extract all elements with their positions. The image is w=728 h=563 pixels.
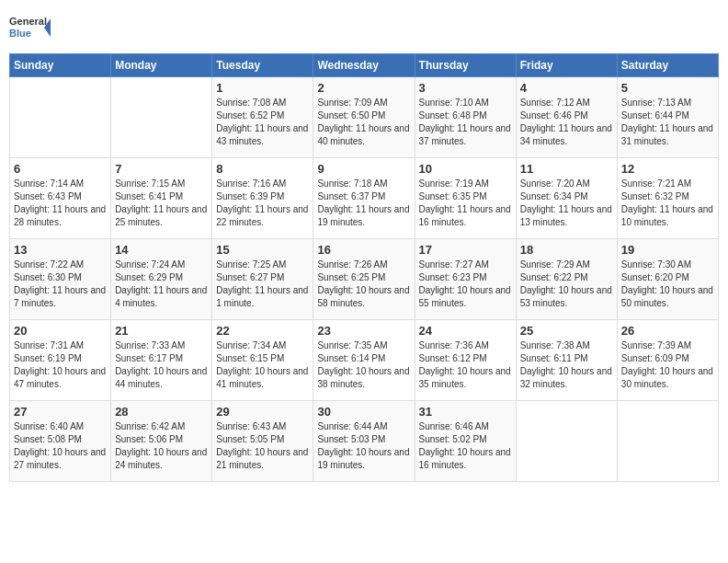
cell-content: Sunrise: 7:30 AM Sunset: 6:20 PM Dayligh… bbox=[621, 259, 714, 310]
calendar-cell: 15Sunrise: 7:25 AM Sunset: 6:27 PM Dayli… bbox=[212, 239, 313, 320]
day-number: 30 bbox=[317, 405, 410, 419]
calendar-body: 1Sunrise: 7:08 AM Sunset: 6:52 PM Daylig… bbox=[10, 77, 719, 482]
day-number: 10 bbox=[419, 162, 512, 176]
calendar-cell: 17Sunrise: 7:27 AM Sunset: 6:23 PM Dayli… bbox=[415, 239, 516, 320]
calendar-cell: 18Sunrise: 7:29 AM Sunset: 6:22 PM Dayli… bbox=[516, 239, 617, 320]
day-number: 16 bbox=[317, 243, 410, 257]
cell-content: Sunrise: 7:09 AM Sunset: 6:50 PM Dayligh… bbox=[317, 97, 410, 148]
calendar-cell: 9Sunrise: 7:18 AM Sunset: 6:37 PM Daylig… bbox=[313, 158, 415, 239]
calendar-cell: 1Sunrise: 7:08 AM Sunset: 6:52 PM Daylig… bbox=[212, 77, 313, 158]
cell-content: Sunrise: 6:40 AM Sunset: 5:08 PM Dayligh… bbox=[14, 420, 107, 472]
calendar-cell: 12Sunrise: 7:21 AM Sunset: 6:32 PM Dayli… bbox=[617, 158, 718, 239]
cell-content: Sunrise: 6:43 AM Sunset: 5:05 PM Dayligh… bbox=[216, 420, 309, 472]
cell-content: Sunrise: 7:36 AM Sunset: 6:12 PM Dayligh… bbox=[419, 339, 512, 391]
day-number: 23 bbox=[317, 324, 410, 338]
cell-content: Sunrise: 7:21 AM Sunset: 6:32 PM Dayligh… bbox=[621, 178, 714, 229]
header-cell-wednesday: Wednesday bbox=[313, 54, 415, 77]
calendar-cell: 29Sunrise: 6:43 AM Sunset: 5:05 PM Dayli… bbox=[212, 401, 313, 482]
cell-content: Sunrise: 7:10 AM Sunset: 6:48 PM Dayligh… bbox=[419, 97, 512, 148]
cell-content: Sunrise: 7:35 AM Sunset: 6:14 PM Dayligh… bbox=[317, 339, 410, 391]
calendar-cell: 24Sunrise: 7:36 AM Sunset: 6:12 PM Dayli… bbox=[415, 320, 516, 401]
calendar-cell: 13Sunrise: 7:22 AM Sunset: 6:30 PM Dayli… bbox=[10, 239, 111, 320]
cell-content: Sunrise: 7:15 AM Sunset: 6:41 PM Dayligh… bbox=[115, 178, 208, 229]
day-number: 4 bbox=[520, 81, 613, 95]
calendar-cell: 31Sunrise: 6:46 AM Sunset: 5:02 PM Dayli… bbox=[415, 401, 516, 482]
cell-content: Sunrise: 7:20 AM Sunset: 6:34 PM Dayligh… bbox=[520, 178, 613, 229]
header: General Blue bbox=[9, 9, 719, 46]
day-number: 11 bbox=[520, 162, 613, 176]
calendar-cell: 8Sunrise: 7:16 AM Sunset: 6:39 PM Daylig… bbox=[212, 158, 313, 239]
header-cell-saturday: Saturday bbox=[617, 54, 718, 77]
calendar-cell: 27Sunrise: 6:40 AM Sunset: 5:08 PM Dayli… bbox=[10, 401, 111, 482]
cell-content: Sunrise: 7:25 AM Sunset: 6:27 PM Dayligh… bbox=[216, 259, 309, 310]
calendar-cell bbox=[617, 401, 718, 482]
cell-content: Sunrise: 7:14 AM Sunset: 6:43 PM Dayligh… bbox=[14, 178, 107, 229]
cell-content: Sunrise: 7:19 AM Sunset: 6:35 PM Dayligh… bbox=[419, 178, 512, 229]
cell-content: Sunrise: 7:18 AM Sunset: 6:37 PM Dayligh… bbox=[317, 178, 410, 229]
logo: General Blue bbox=[9, 9, 55, 46]
calendar-cell bbox=[111, 77, 212, 158]
cell-content: Sunrise: 7:22 AM Sunset: 6:30 PM Dayligh… bbox=[14, 259, 107, 310]
calendar-cell: 11Sunrise: 7:20 AM Sunset: 6:34 PM Dayli… bbox=[516, 158, 617, 239]
header-row: SundayMondayTuesdayWednesdayThursdayFrid… bbox=[10, 54, 719, 77]
header-cell-sunday: Sunday bbox=[10, 54, 111, 77]
day-number: 27 bbox=[14, 405, 107, 419]
day-number: 20 bbox=[14, 324, 107, 338]
calendar-cell: 5Sunrise: 7:13 AM Sunset: 6:44 PM Daylig… bbox=[617, 77, 718, 158]
calendar-cell bbox=[516, 401, 617, 482]
day-number: 18 bbox=[520, 243, 613, 257]
day-number: 6 bbox=[14, 162, 107, 176]
day-number: 9 bbox=[317, 162, 410, 176]
week-row-2: 13Sunrise: 7:22 AM Sunset: 6:30 PM Dayli… bbox=[10, 239, 719, 320]
day-number: 5 bbox=[621, 81, 714, 95]
calendar-cell: 2Sunrise: 7:09 AM Sunset: 6:50 PM Daylig… bbox=[313, 77, 415, 158]
calendar-cell: 21Sunrise: 7:33 AM Sunset: 6:17 PM Dayli… bbox=[111, 320, 212, 401]
day-number: 19 bbox=[621, 243, 714, 257]
calendar-table: SundayMondayTuesdayWednesdayThursdayFrid… bbox=[9, 53, 719, 482]
header-cell-thursday: Thursday bbox=[415, 54, 516, 77]
calendar-cell: 20Sunrise: 7:31 AM Sunset: 6:19 PM Dayli… bbox=[10, 320, 111, 401]
cell-content: Sunrise: 6:46 AM Sunset: 5:02 PM Dayligh… bbox=[419, 420, 512, 472]
calendar-cell: 25Sunrise: 7:38 AM Sunset: 6:11 PM Dayli… bbox=[516, 320, 617, 401]
calendar-cell: 4Sunrise: 7:12 AM Sunset: 6:46 PM Daylig… bbox=[516, 77, 617, 158]
cell-content: Sunrise: 7:26 AM Sunset: 6:25 PM Dayligh… bbox=[317, 259, 410, 310]
day-number: 29 bbox=[216, 405, 309, 419]
day-number: 22 bbox=[216, 324, 309, 338]
calendar-cell: 26Sunrise: 7:39 AM Sunset: 6:09 PM Dayli… bbox=[617, 320, 718, 401]
week-row-1: 6Sunrise: 7:14 AM Sunset: 6:43 PM Daylig… bbox=[10, 158, 719, 239]
day-number: 13 bbox=[14, 243, 107, 257]
day-number: 24 bbox=[419, 324, 512, 338]
cell-content: Sunrise: 6:44 AM Sunset: 5:03 PM Dayligh… bbox=[317, 420, 410, 472]
day-number: 28 bbox=[115, 405, 208, 419]
week-row-3: 20Sunrise: 7:31 AM Sunset: 6:19 PM Dayli… bbox=[10, 320, 719, 401]
cell-content: Sunrise: 6:42 AM Sunset: 5:06 PM Dayligh… bbox=[115, 420, 208, 472]
header-cell-friday: Friday bbox=[516, 54, 617, 77]
cell-content: Sunrise: 7:33 AM Sunset: 6:17 PM Dayligh… bbox=[115, 339, 208, 391]
day-number: 26 bbox=[621, 324, 714, 338]
calendar-cell: 10Sunrise: 7:19 AM Sunset: 6:35 PM Dayli… bbox=[415, 158, 516, 239]
day-number: 17 bbox=[419, 243, 512, 257]
calendar-cell: 19Sunrise: 7:30 AM Sunset: 6:20 PM Dayli… bbox=[617, 239, 718, 320]
calendar-header: SundayMondayTuesdayWednesdayThursdayFrid… bbox=[10, 54, 719, 77]
day-number: 2 bbox=[317, 81, 410, 95]
cell-content: Sunrise: 7:12 AM Sunset: 6:46 PM Dayligh… bbox=[520, 97, 613, 148]
day-number: 8 bbox=[216, 162, 309, 176]
day-number: 21 bbox=[115, 324, 208, 338]
day-number: 31 bbox=[419, 405, 512, 419]
cell-content: Sunrise: 7:29 AM Sunset: 6:22 PM Dayligh… bbox=[520, 259, 613, 310]
cell-content: Sunrise: 7:34 AM Sunset: 6:15 PM Dayligh… bbox=[216, 339, 309, 391]
calendar-cell: 30Sunrise: 6:44 AM Sunset: 5:03 PM Dayli… bbox=[313, 401, 415, 482]
cell-content: Sunrise: 7:31 AM Sunset: 6:19 PM Dayligh… bbox=[14, 339, 107, 391]
cell-content: Sunrise: 7:39 AM Sunset: 6:09 PM Dayligh… bbox=[621, 339, 714, 391]
day-number: 14 bbox=[115, 243, 208, 257]
cell-content: Sunrise: 7:13 AM Sunset: 6:44 PM Dayligh… bbox=[621, 97, 714, 148]
calendar-cell bbox=[10, 77, 111, 158]
header-cell-monday: Monday bbox=[111, 54, 212, 77]
svg-text:Blue: Blue bbox=[9, 28, 31, 39]
cell-content: Sunrise: 7:16 AM Sunset: 6:39 PM Dayligh… bbox=[216, 178, 309, 229]
cell-content: Sunrise: 7:27 AM Sunset: 6:23 PM Dayligh… bbox=[419, 259, 512, 310]
calendar-cell: 14Sunrise: 7:24 AM Sunset: 6:29 PM Dayli… bbox=[111, 239, 212, 320]
day-number: 7 bbox=[115, 162, 208, 176]
svg-text:General: General bbox=[9, 16, 47, 27]
cell-content: Sunrise: 7:24 AM Sunset: 6:29 PM Dayligh… bbox=[115, 259, 208, 310]
